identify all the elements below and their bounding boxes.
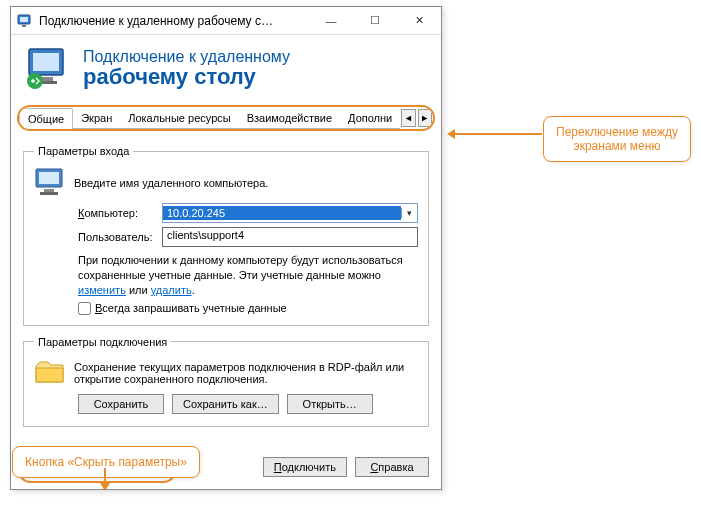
conn-buttons: Сохранить Сохранить как… Открыть… (78, 394, 418, 414)
svg-rect-10 (44, 189, 54, 192)
arrow-to-tabs (450, 133, 542, 135)
titlebar: Подключение к удаленному рабочему с… — ☐… (11, 7, 441, 35)
computer-icon (34, 167, 74, 199)
tab-body: Параметры входа Введите имя удаленного к… (11, 135, 441, 447)
tab-display[interactable]: Экран (73, 108, 120, 129)
tab-scroll-right[interactable]: ► (418, 109, 432, 127)
svg-rect-11 (40, 192, 58, 195)
always-ask-box[interactable] (78, 302, 91, 315)
conn-desc: Сохранение текущих параметров подключени… (74, 361, 418, 385)
computer-row: Компьютер: 10.0.20.245 ▾ (78, 203, 418, 223)
close-button[interactable]: ✕ (397, 7, 441, 35)
rdp-window: Подключение к удаленному рабочему с… — ☐… (10, 6, 442, 490)
login-group: Параметры входа Введите имя удаленного к… (23, 145, 429, 326)
login-intro: Введите имя удаленного компьютера. (74, 177, 268, 189)
connection-group: Параметры подключения Сохранение текущих… (23, 336, 429, 427)
svg-rect-9 (39, 172, 59, 184)
user-field[interactable]: clients\support4 (162, 227, 418, 247)
tab-strip: Общие Экран Локальные ресурсы Взаимодейс… (17, 105, 435, 131)
help-button[interactable]: Справка (355, 457, 429, 477)
connection-legend: Параметры подключения (34, 336, 171, 348)
change-creds-link[interactable]: изменить (78, 284, 126, 296)
maximize-button[interactable]: ☐ (353, 7, 397, 35)
folder-icon (34, 358, 74, 388)
chevron-down-icon[interactable]: ▾ (401, 208, 417, 218)
login-intro-row: Введите имя удаленного компьютера. (34, 167, 418, 199)
open-button[interactable]: Открыть… (287, 394, 373, 414)
login-legend: Параметры входа (34, 145, 133, 157)
save-button[interactable]: Сохранить (78, 394, 164, 414)
delete-creds-link[interactable]: удалить (151, 284, 192, 296)
window-title: Подключение к удаленному рабочему с… (39, 14, 309, 28)
banner-text: Подключение к удаленному рабочему столу (83, 48, 290, 90)
callout-hide-params: Кнопка «Скрыть параметры» (12, 446, 200, 478)
rdp-logo-icon (25, 45, 73, 93)
tab-experience[interactable]: Взаимодействие (239, 108, 340, 129)
user-row: Пользователь: clients\support4 (78, 227, 418, 247)
computer-label: Компьютер: (78, 207, 162, 219)
tab-general[interactable]: Общие (19, 108, 73, 130)
conn-desc-row: Сохранение текущих параметров подключени… (34, 358, 418, 388)
minimize-button[interactable]: — (309, 7, 353, 35)
header-banner: Подключение к удаленному рабочему столу (11, 35, 441, 101)
arrow-to-hide-params (104, 468, 106, 488)
svg-rect-1 (20, 17, 28, 22)
connect-button[interactable]: Подключить (263, 457, 347, 477)
banner-line2: рабочему столу (83, 64, 290, 90)
always-ask-checkbox[interactable]: Всегда запрашивать учетные данные (78, 302, 418, 315)
computer-combo[interactable]: 10.0.20.245 ▾ (162, 203, 418, 223)
computer-value[interactable]: 10.0.20.245 (163, 206, 401, 220)
tab-advanced[interactable]: Дополни (340, 108, 400, 129)
tab-local-resources[interactable]: Локальные ресурсы (120, 108, 238, 129)
save-as-button[interactable]: Сохранить как… (172, 394, 279, 414)
svg-rect-2 (22, 25, 26, 27)
callout-tabs: Переключение между экранами меню (543, 116, 691, 162)
app-icon (17, 13, 33, 29)
saved-creds-note: При подключении к данному компьютеру буд… (78, 253, 418, 298)
user-label: Пользователь: (78, 231, 162, 243)
svg-rect-4 (33, 53, 59, 71)
tab-scroll-left[interactable]: ◄ (401, 109, 415, 127)
